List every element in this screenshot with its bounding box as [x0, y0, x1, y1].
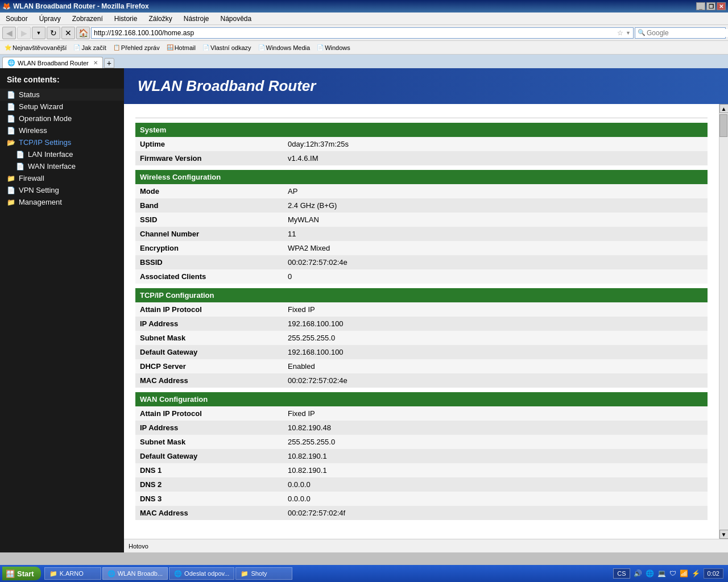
file-icon: 📄: [7, 103, 15, 111]
table-row: IP Address 192.168.100.100: [135, 317, 708, 331]
bookmark-label: Jak začít: [81, 44, 106, 51]
sidebar-item-setup-wizard[interactable]: 📄 Setup Wizard: [0, 101, 124, 113]
folder-icon: 📁: [49, 570, 57, 577]
address-input[interactable]: [94, 29, 615, 37]
browser-icon: 🌐: [174, 570, 182, 577]
sidebar-item-label: Management: [19, 198, 62, 206]
sidebar-item-management[interactable]: 📁 Management: [0, 196, 124, 208]
bookmark-nejnavstevovanejsi[interactable]: ⭐ Nejnavštěvovanější: [2, 43, 69, 52]
wan-table: Attain IP Protocol Fixed IP IP Address 1…: [135, 406, 708, 520]
vertical-scrollbar[interactable]: ▲ ▼: [719, 104, 728, 539]
sidebar-item-firewall[interactable]: 📁 Firewall: [0, 172, 124, 184]
restore-button[interactable]: ❐: [706, 2, 715, 10]
tab-wlan[interactable]: 🌐 WLAN Broadband Router ✕: [2, 57, 103, 68]
bookmark-prehled-zprav[interactable]: 📋 Přehled zpráv: [111, 43, 162, 52]
row-value: AP: [283, 184, 708, 198]
bookmark-windows-media[interactable]: 📄 Windows Media: [256, 43, 313, 52]
bookmarks-bar: ⭐ Nejnavštěvovanější 📄 Jak začít 📋 Přehl…: [0, 41, 728, 55]
bookmark-vlastni-odkazy[interactable]: 📄 Vlastní odkazy: [200, 43, 254, 52]
dropdown-button[interactable]: ▼: [32, 27, 46, 39]
forward-button[interactable]: ▶: [17, 27, 31, 39]
search-bar: 🔍 ▼: [635, 27, 726, 39]
bookmark-star-button[interactable]: ☆: [615, 29, 626, 37]
sidebar-item-wan-interface[interactable]: 📄 WAN Interface: [0, 160, 124, 172]
close-button[interactable]: ✕: [717, 2, 726, 10]
taskbar-item-odeslat[interactable]: 🌐 Odeslat odpov...: [169, 567, 234, 580]
sidebar-item-operation-mode[interactable]: 📄 Operation Mode: [0, 113, 124, 124]
browser-icon: 🌐: [107, 570, 115, 577]
menu-historie[interactable]: Historie: [111, 14, 141, 24]
sidebar-item-wireless[interactable]: 📄 Wireless: [0, 124, 124, 136]
sidebar-title: Site contents:: [0, 73, 124, 89]
row-label: SSID: [135, 213, 283, 227]
bookmark-links-icon: 📄: [202, 44, 209, 51]
status-bar: Hotovo: [124, 539, 728, 552]
sidebar-item-vpn-setting[interactable]: 📄 VPN Setting: [0, 184, 124, 196]
minimize-button[interactable]: _: [696, 2, 705, 10]
menu-nastroje[interactable]: Nástroje: [180, 14, 213, 24]
row-value: 0.0.0.0: [283, 492, 708, 506]
menu-napoveda[interactable]: Nápověda: [217, 14, 255, 24]
wifi-icon[interactable]: 📶: [679, 569, 689, 578]
menu-zobrazeni[interactable]: Zobrazení: [69, 14, 106, 24]
power-icon[interactable]: ⚡: [690, 569, 701, 578]
section-wan: WAN Configuration: [135, 392, 708, 406]
bookmark-news-icon: 📋: [113, 44, 120, 51]
security-icon[interactable]: 🛡: [668, 569, 677, 578]
taskbar-item-label: Shoty: [251, 570, 267, 577]
table-row: MAC Address 00:02:72:57:02:4e: [135, 373, 708, 388]
menu-soubor[interactable]: Soubor: [2, 14, 31, 24]
windows-logo-icon: 🪟: [6, 569, 15, 578]
new-tab-button[interactable]: +: [104, 58, 114, 68]
bookmark-label: Windows Media: [266, 44, 311, 51]
row-value: Fixed IP: [283, 302, 708, 317]
row-value: 00:02:72:57:02:4e: [283, 255, 708, 269]
taskbar-item-shoty[interactable]: 📁 Shoty: [235, 567, 292, 580]
back-button[interactable]: ◀: [2, 27, 16, 39]
bookmark-hotmail[interactable]: 🪟 Hotmail: [164, 43, 198, 52]
scroll-down-button[interactable]: ▼: [719, 530, 729, 539]
table-row: Band 2.4 GHz (B+G): [135, 198, 708, 213]
system-tray: 🔊 🌐 💻 🛡 📶 ⚡: [632, 569, 701, 578]
main-area: Site contents: 📄 Status 📄 Setup Wizard 📄…: [0, 68, 728, 552]
menu-upravy[interactable]: Úpravy: [36, 14, 64, 24]
table-row: DHCP Server Enabled: [135, 359, 708, 373]
volume-icon[interactable]: 🔊: [632, 569, 643, 578]
reload-button[interactable]: ↻: [47, 27, 60, 39]
computer-icon[interactable]: 💻: [656, 569, 667, 578]
bookmark-label: Přehled zpráv: [121, 44, 160, 51]
scroll-up-button[interactable]: ▲: [719, 104, 729, 113]
bookmark-windows[interactable]: 📄 Windows: [315, 43, 353, 52]
network-icon[interactable]: 🌐: [644, 569, 655, 578]
address-dropdown-icon[interactable]: ▼: [626, 30, 631, 36]
taskbar-right: CS 🔊 🌐 💻 🛡 📶 ⚡ 0:02: [611, 568, 726, 579]
taskbar-item-wlan[interactable]: 🌐 WLAN Broadb...: [102, 567, 168, 580]
row-label: Default Gateway: [135, 345, 283, 359]
scroll-thumb[interactable]: [719, 114, 727, 137]
title-bar-icon: 🦊: [2, 2, 11, 10]
row-label: Default Gateway: [135, 449, 283, 463]
sidebar-item-label: WAN Interface: [28, 162, 76, 171]
sidebar-item-tcpip-settings[interactable]: 📂 TCP/IP Settings: [0, 136, 124, 148]
home-button[interactable]: 🏠: [76, 27, 90, 39]
title-bar: 🦊 WLAN Broadband Router - Mozilla Firefo…: [0, 0, 728, 13]
taskbar-item-karno[interactable]: 📁 K.ARNO: [44, 567, 101, 580]
row-value: 00:02:72:57:02:4e: [283, 373, 708, 388]
stop-button[interactable]: ✕: [61, 27, 75, 39]
folder-icon: 📁: [7, 198, 15, 206]
bookmark-label: Windows: [325, 44, 350, 51]
sidebar-item-lan-interface[interactable]: 📄 LAN Interface: [0, 148, 124, 160]
language-badge[interactable]: CS: [613, 568, 630, 579]
row-label: DNS 3: [135, 492, 283, 506]
tab-close-icon[interactable]: ✕: [93, 60, 98, 66]
bookmark-hotmail-icon: 🪟: [167, 44, 173, 51]
menu-zalozky[interactable]: Záložky: [145, 14, 175, 24]
row-label: Subnet Mask: [135, 331, 283, 345]
bookmark-jak-zacit[interactable]: 📄 Jak začít: [71, 43, 108, 52]
start-button[interactable]: 🪟 Start: [2, 567, 41, 580]
search-input[interactable]: [647, 29, 728, 37]
table-row: Attain IP Protocol Fixed IP: [135, 406, 708, 421]
taskbar-item-label: Odeslat odpov...: [184, 570, 229, 577]
sidebar-item-status[interactable]: 📄 Status: [0, 89, 124, 101]
section-wireless: Wireless Configuration: [135, 170, 708, 184]
